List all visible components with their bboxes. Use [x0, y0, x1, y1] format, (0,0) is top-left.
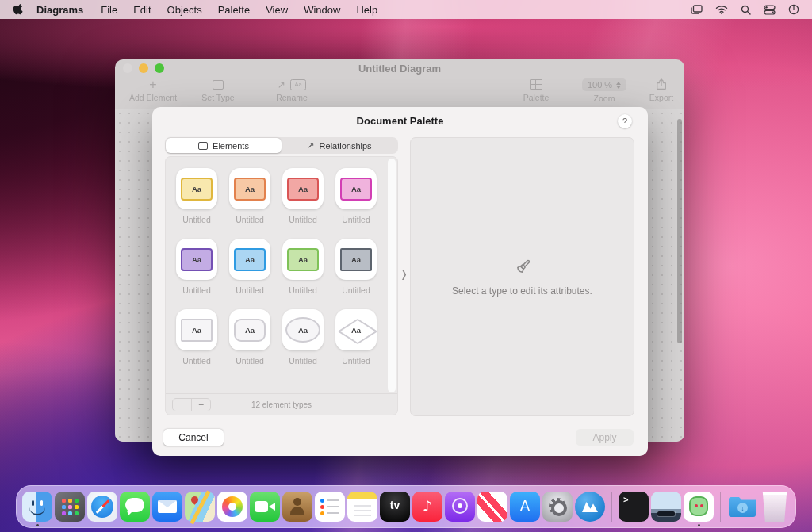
- dock-icon-appletv[interactable]: [380, 492, 410, 522]
- dock-divider: [720, 492, 721, 522]
- dock-icon-terminal[interactable]: [619, 492, 649, 522]
- window-scrollbar[interactable]: [677, 119, 682, 343]
- wifi-icon[interactable]: [715, 5, 728, 14]
- palette-tabs: Elements ↗ Relationships: [165, 137, 398, 154]
- document-palette-dialog: Document Palette ? Elements ↗ Relationsh…: [152, 107, 648, 456]
- zoom-stepper[interactable]: 100 %: [582, 78, 626, 91]
- element-type-card[interactable]: Aa: [176, 168, 217, 209]
- apple-menu-icon[interactable]: [10, 4, 27, 16]
- minimize-window-button[interactable]: [139, 63, 148, 73]
- help-button[interactable]: ?: [618, 114, 632, 128]
- dock: [16, 485, 796, 528]
- window-titlebar[interactable]: Untitled Diagram: [115, 59, 684, 77]
- collapse-panel-chevron-icon[interactable]: ❭: [400, 268, 408, 280]
- element-type-card[interactable]: Aa: [176, 309, 217, 350]
- dock-icon-music[interactable]: [412, 492, 442, 522]
- dock-icon-launchpad[interactable]: [55, 492, 85, 522]
- element-shape-icon: [198, 142, 208, 150]
- element-type-8: AaUntitled: [176, 309, 217, 366]
- element-type-card[interactable]: Aa: [335, 168, 377, 209]
- dock-icon-finder[interactable]: [22, 492, 52, 522]
- element-type-card[interactable]: Aa: [335, 239, 377, 280]
- dock-icon-safari[interactable]: [87, 492, 117, 522]
- menu-app-name[interactable]: Diagrams: [29, 4, 91, 16]
- dock-icon-settings[interactable]: [542, 492, 573, 522]
- roundrect-swatch: Aa: [181, 248, 213, 271]
- dock-icon-facetime[interactable]: [250, 492, 280, 522]
- menu-item-help[interactable]: Help: [348, 4, 385, 16]
- set-type-button[interactable]: Set Type: [190, 78, 246, 102]
- zoom-control[interactable]: 100 % Zoom: [569, 78, 640, 103]
- menu-item-objects[interactable]: Objects: [159, 4, 210, 16]
- menu-item-file[interactable]: File: [93, 4, 125, 16]
- dock-icon-screenshot[interactable]: [651, 492, 681, 522]
- dock-icon-robot[interactable]: [684, 492, 714, 522]
- sample-text: Aa: [192, 185, 201, 193]
- element-type-card[interactable]: Aa: [229, 168, 270, 209]
- menu-item-palette[interactable]: Palette: [210, 4, 258, 16]
- dock-icon-podcasts[interactable]: [445, 492, 475, 522]
- stepper-arrows-icon[interactable]: [616, 82, 621, 89]
- element-type-list: AaUntitledAaUntitledAaUntitledAaUntitled…: [165, 156, 398, 415]
- roundrect-swatch: Aa: [287, 178, 319, 201]
- element-type-label: Untitled: [236, 285, 264, 295]
- sample-text: Aa: [351, 326, 361, 335]
- element-type-card[interactable]: Aa: [282, 239, 324, 280]
- element-type-grid: AaUntitledAaUntitledAaUntitledAaUntitled…: [166, 157, 397, 380]
- element-type-card[interactable]: Aa: [176, 239, 217, 280]
- element-type-3: AaUntitled: [335, 168, 377, 224]
- dock-icon-reminders[interactable]: [315, 492, 345, 522]
- dock-icon-messages[interactable]: [120, 492, 150, 522]
- list-footer: 12 element types + −: [166, 393, 397, 415]
- rect-swatch: Aa: [340, 248, 372, 271]
- window-toolbar: + Add Element Set Type ↗ Aa Rename Palet…: [115, 77, 684, 109]
- dock-icon-downloads[interactable]: [727, 492, 757, 522]
- menu-item-window[interactable]: Window: [296, 4, 348, 16]
- window-title: Untitled Diagram: [115, 63, 684, 75]
- control-center-icon[interactable]: [764, 5, 776, 15]
- element-type-card[interactable]: Aa: [229, 239, 270, 280]
- cancel-button[interactable]: Cancel: [163, 429, 224, 446]
- sample-text: Aa: [245, 326, 255, 335]
- dock-icon-notes[interactable]: [347, 492, 377, 522]
- list-scrollbar[interactable]: [388, 159, 396, 392]
- element-type-card[interactable]: Aa: [335, 309, 377, 350]
- element-type-label: Untitled: [182, 356, 211, 366]
- ellipse-swatch: Aa: [285, 317, 320, 343]
- palette-button[interactable]: Palette: [508, 78, 564, 102]
- close-window-button[interactable]: [123, 63, 132, 73]
- element-type-card[interactable]: Aa: [229, 309, 270, 350]
- clock-icon[interactable]: [788, 4, 799, 15]
- element-type-card[interactable]: Aa: [282, 168, 324, 209]
- mission-control-icon[interactable]: [691, 5, 703, 14]
- sample-text: Aa: [298, 255, 308, 264]
- dock-icon-appstore[interactable]: [510, 492, 540, 522]
- menu-item-edit[interactable]: Edit: [125, 4, 159, 16]
- dock-icon-contacts[interactable]: [282, 492, 312, 522]
- element-type-card[interactable]: Aa: [282, 309, 324, 350]
- share-export-icon: [657, 78, 666, 90]
- element-type-label: Untitled: [182, 215, 211, 224]
- diamond-swatch: Aa: [340, 319, 372, 342]
- dock-icon-photos[interactable]: [217, 492, 247, 522]
- tab-relationships[interactable]: ↗ Relationships: [282, 138, 397, 153]
- apply-button[interactable]: Apply: [576, 429, 634, 446]
- sample-text: Aa: [245, 185, 255, 193]
- element-type-label: Untitled: [182, 285, 211, 295]
- sample-text: Aa: [245, 255, 255, 264]
- dock-icon-mail[interactable]: [152, 492, 182, 522]
- element-type-label: Untitled: [236, 215, 264, 224]
- element-type-0: AaUntitled: [176, 168, 217, 224]
- add-element-button[interactable]: + Add Element: [125, 78, 181, 102]
- roundrect-swatch: Aa: [234, 178, 266, 201]
- dock-icon-maps[interactable]: [185, 492, 215, 522]
- menu-item-view[interactable]: View: [258, 4, 296, 16]
- dock-icon-news[interactable]: [477, 492, 508, 522]
- tab-elements[interactable]: Elements: [166, 138, 282, 153]
- dock-icon-trash[interactable]: [760, 492, 790, 522]
- dock-icon-diagrams[interactable]: [575, 492, 605, 522]
- zoom-window-button[interactable]: [155, 63, 164, 73]
- export-button[interactable]: Export: [645, 78, 678, 102]
- rename-button[interactable]: ↗ Aa Rename: [260, 78, 324, 102]
- spotlight-search-icon[interactable]: [741, 5, 751, 15]
